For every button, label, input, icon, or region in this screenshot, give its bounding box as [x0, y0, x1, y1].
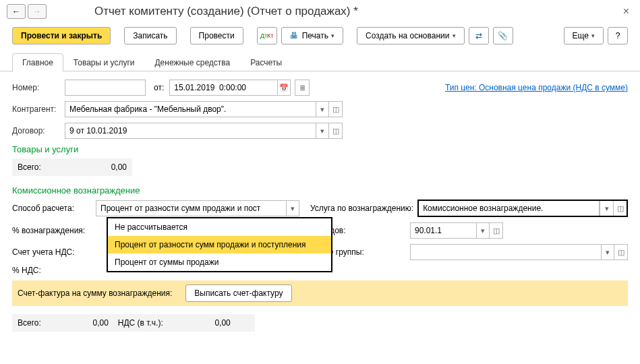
number-label: Номер: — [12, 83, 65, 92]
paperclip-icon: 📎 — [498, 31, 508, 40]
open-icon: ◫ — [332, 127, 339, 135]
doc-icon: ≣ — [299, 84, 306, 92]
nav-back-button[interactable]: ← — [7, 4, 26, 19]
contract-label: Договор: — [12, 126, 65, 135]
attach-button[interactable]: 📎 — [493, 27, 513, 44]
counterparty-dropdown-button[interactable]: ▾ — [316, 101, 329, 117]
calc-method-dropdown: Не рассчитывается Процент от разности су… — [107, 217, 332, 272]
commission-service-input[interactable] — [419, 201, 600, 216]
chevron-down-icon: ▾ — [331, 32, 334, 39]
print-button[interactable]: 🖶 Печать ▾ — [281, 27, 343, 44]
invoice-label: Счет-фактура на сумму вознаграждения: — [18, 289, 172, 298]
footer-vat-label: НДС (в т.ч.): — [118, 318, 163, 328]
tab-goods[interactable]: Товары и услуги — [63, 53, 145, 71]
chevron-down-icon: ▾ — [606, 248, 610, 257]
calc-method-dropdown-button[interactable]: ▾ — [286, 200, 299, 216]
commission-percent-label: % вознаграждения: — [12, 226, 100, 235]
commission-service-label: Услуга по вознаграждению: — [310, 204, 413, 213]
help-button[interactable]: ? — [608, 27, 628, 44]
open-icon: ◫ — [618, 248, 624, 257]
arrow-right-icon: → — [33, 7, 41, 16]
close-button[interactable]: × — [619, 5, 633, 18]
more-button[interactable]: Еще ▾ — [564, 27, 604, 44]
create-based-on-button[interactable]: Создать на основании ▾ — [357, 27, 465, 44]
nomenclature-group-dropdown-button[interactable]: ▾ — [601, 244, 614, 260]
date-from-label: от: — [154, 83, 164, 92]
nomenclature-group-open-button[interactable]: ◫ — [614, 244, 628, 260]
post-and-close-button[interactable]: Провести и закрыть — [12, 27, 111, 44]
page-title: Отчет комитенту (создание) (Отчет о прод… — [94, 5, 358, 18]
calc-method-input[interactable] — [96, 200, 286, 216]
income-account-input[interactable] — [410, 222, 476, 239]
chevron-down-icon: ▾ — [320, 105, 324, 114]
open-icon: ◫ — [332, 105, 339, 114]
printer-icon: 🖶 — [290, 31, 298, 40]
tab-main[interactable]: Главное — [12, 53, 63, 71]
calc-method-option-sale-percent[interactable]: Процент от суммы продажи — [108, 253, 331, 271]
tab-cash[interactable]: Денежные средства — [144, 53, 240, 71]
save-button[interactable]: Записать — [124, 27, 176, 44]
link-button[interactable]: ⇄ — [469, 27, 489, 44]
date-input[interactable] — [169, 80, 277, 96]
counterparty-open-button[interactable]: ◫ — [329, 101, 343, 117]
footer-total-value: 0,00 — [41, 318, 109, 328]
dtkt-icon: ДтКт — [260, 32, 274, 39]
footer-total-label: Всего: — [18, 318, 41, 328]
arrow-left-icon: ← — [12, 7, 20, 16]
chevron-down-icon: ▾ — [291, 204, 295, 213]
goods-total-value: 0,00 — [59, 162, 127, 172]
nav-forward-button[interactable]: → — [28, 4, 47, 19]
open-icon: ◫ — [617, 204, 624, 213]
goods-section-title: Товары и услуги — [12, 144, 628, 154]
chevron-down-icon: ▾ — [605, 204, 609, 213]
commission-service-dropdown-button[interactable]: ▾ — [600, 201, 613, 216]
vat-account-label: Счет учета НДС: — [12, 247, 100, 257]
vat-percent-label: % НДС: — [12, 266, 100, 275]
price-type-link[interactable]: Тип цен: Основная цена продажи (НДС в су… — [445, 83, 628, 92]
commission-section-title: Комиссионное вознаграждение — [12, 185, 628, 195]
income-account-open-button[interactable]: ◫ — [490, 222, 503, 239]
write-invoice-button[interactable]: Выписать счет-фактуру — [185, 284, 291, 302]
calendar-button[interactable]: 📅 — [277, 80, 291, 96]
link-icon: ⇄ — [475, 31, 482, 40]
post-button[interactable]: Провести — [190, 27, 243, 44]
calendar-icon: 📅 — [279, 84, 289, 92]
open-icon: ◫ — [493, 226, 500, 235]
income-account-dropdown-button[interactable]: ▾ — [476, 222, 490, 239]
counterparty-label: Контрагент: — [12, 104, 65, 114]
chevron-down-icon: ▾ — [481, 226, 485, 235]
chevron-down-icon: ▾ — [320, 127, 324, 135]
header-extra-button[interactable]: ≣ — [295, 80, 310, 96]
footer-vat-value: 0,00 — [163, 318, 231, 328]
chevron-down-icon: ▾ — [453, 32, 456, 39]
dt-kt-button[interactable]: ДтКт — [257, 27, 277, 44]
goods-total-label: Всего: — [18, 162, 41, 172]
chevron-down-icon: ▾ — [591, 32, 595, 39]
commission-service-open-button[interactable]: ◫ — [613, 201, 627, 216]
contract-open-button[interactable]: ◫ — [329, 123, 343, 139]
tab-calc[interactable]: Расчеты — [240, 53, 292, 71]
nomenclature-group-input[interactable] — [410, 244, 601, 260]
contract-dropdown-button[interactable]: ▾ — [316, 123, 329, 139]
calc-method-option-none[interactable]: Не рассчитывается — [108, 218, 331, 236]
number-input[interactable] — [65, 80, 146, 96]
calc-method-option-diff-percent[interactable]: Процент от разности сумм продажи и посту… — [108, 236, 331, 253]
counterparty-input[interactable] — [65, 101, 316, 117]
calc-method-label: Способ расчета: — [12, 204, 96, 213]
contract-input[interactable] — [65, 123, 316, 139]
